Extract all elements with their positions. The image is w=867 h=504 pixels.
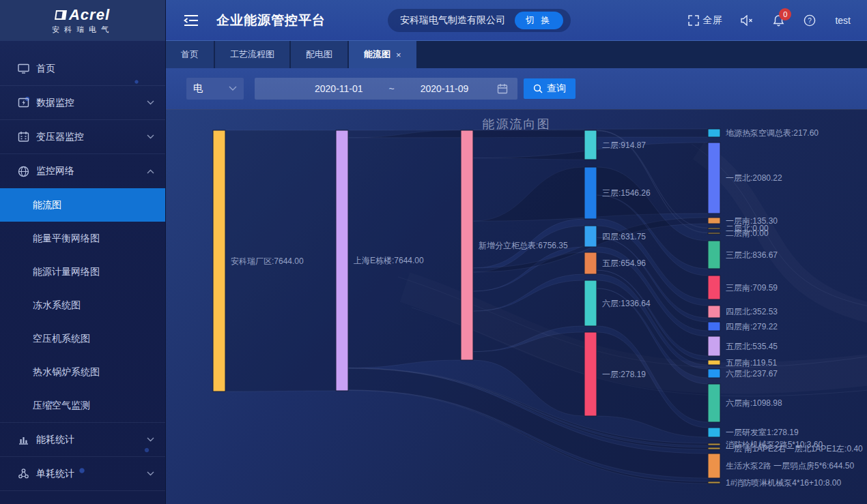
sidebar-item-label: 压缩空气监测	[33, 400, 90, 412]
mute-button[interactable]	[741, 15, 754, 26]
sankey-node[interactable]	[708, 481, 720, 484]
sankey-node[interactable]	[708, 360, 720, 365]
share-nodes-icon	[18, 468, 29, 479]
sankey-node-label: 四层:631.75	[602, 232, 646, 241]
sankey-node-label: 六层北:237.67	[726, 369, 778, 379]
home-monitor-icon	[18, 63, 29, 74]
sankey-node[interactable]	[708, 276, 720, 299]
sankey-node[interactable]	[708, 336, 720, 356]
sankey-node-label: 三层南:709.59	[726, 283, 778, 293]
filter-bar: 电 2020-11-01 ~ 2020-11-09 查询	[166, 68, 867, 109]
username[interactable]: test	[835, 15, 851, 26]
energy-type-value: 电	[193, 83, 203, 95]
sankey-node[interactable]	[708, 233, 720, 234]
close-tab-icon[interactable]: ×	[396, 50, 401, 60]
sankey-node[interactable]	[708, 443, 720, 445]
sidebar-nav: 首页 数据监控 变压器监控 监控网络 能流图	[0, 41, 165, 504]
data-monitor-icon	[18, 97, 29, 108]
sankey-node-label: 五层:654.96	[602, 258, 646, 268]
energy-type-select[interactable]: 电	[186, 78, 244, 100]
sankey-node[interactable]	[708, 218, 720, 224]
sankey-node[interactable]	[336, 130, 348, 391]
sankey-node[interactable]	[584, 226, 597, 247]
chevron-down-icon	[147, 437, 154, 442]
sankey-node-label: 新增分立柜总表:6756.35	[479, 241, 568, 250]
sankey-node[interactable]	[584, 252, 597, 274]
svg-text:?: ?	[808, 17, 812, 25]
sankey-node-label: 三层北:836.67	[726, 250, 778, 260]
sankey-node[interactable]	[708, 384, 720, 422]
sankey-node-label: 四层南:279.22	[726, 322, 778, 331]
sankey-node[interactable]	[708, 306, 720, 318]
help-button[interactable]: ?	[804, 14, 816, 27]
sidebar-item-label: 冻水系统图	[33, 299, 81, 312]
speaker-mute-icon	[741, 15, 754, 26]
sidebar-item-data-monitor[interactable]: 数据监控	[0, 86, 165, 120]
sidebar-item-unit-consumption-stats[interactable]: 单耗统计	[0, 457, 165, 491]
page-title: 企业能源管控平台	[216, 12, 326, 29]
network-globe-icon	[18, 166, 29, 177]
notification-badge: 0	[779, 8, 791, 20]
tab-label: 配电图	[306, 48, 332, 61]
tab-bar: 首页 工艺流程图 配电图 能流图 ×	[166, 41, 867, 68]
chevron-down-icon	[147, 134, 154, 139]
sankey-node[interactable]	[708, 322, 720, 331]
sidebar-subgroup-monitor-network: 能流图 能量平衡网络图 能源计量网络图 冻水系统图 空压机系统图 热水锅炉系统图	[0, 188, 165, 423]
notifications-button[interactable]: 0	[773, 14, 784, 27]
sidebar-item-energy-flow[interactable]: 能流图	[0, 188, 165, 222]
sankey-node[interactable]	[708, 454, 720, 478]
sankey-node[interactable]	[213, 130, 225, 391]
topbar-actions: 全屏 0 ? test	[688, 0, 867, 41]
sankey-node-label: 二层南:0.00	[726, 228, 769, 238]
sidebar-item-label: 变压器监控	[36, 131, 147, 143]
sankey-node[interactable]	[708, 228, 720, 229]
date-start-value: 2020-11-01	[315, 83, 363, 94]
chevron-down-icon	[147, 471, 154, 476]
sankey-node-label: 二层:914.87	[602, 140, 646, 150]
sankey-node[interactable]	[708, 241, 720, 269]
sankey-node-label: 一层北:2080.22	[726, 173, 782, 183]
collapse-menu-icon[interactable]	[184, 14, 199, 27]
company-selector: 安科瑞电气制造有限公司 切 换	[388, 9, 571, 32]
sidebar-item-label: 能耗统计	[36, 434, 147, 446]
sidebar-item-label: 空压机系统图	[33, 333, 90, 345]
sankey-node[interactable]	[584, 280, 597, 326]
sankey-node[interactable]	[461, 130, 473, 360]
tab-label: 首页	[181, 48, 199, 61]
sidebar: Acrel 安科瑞电气 首页 数据监控 变压器监控 监控网络	[0, 0, 166, 504]
tab-process-diagram[interactable]: 工艺流程图	[215, 41, 291, 68]
query-button[interactable]: 查询	[524, 78, 575, 99]
sankey-node[interactable]	[584, 332, 597, 416]
energy-flow-chart-panel: 能源流向图 安科瑞厂区:7644.00上海E栋楼:7644.00新增分立柜总表:…	[166, 109, 867, 504]
sidebar-item-compressed-air-monitor[interactable]: 压缩空气监测	[0, 389, 165, 422]
sidebar-item-chilled-water-system[interactable]: 冻水系统图	[0, 288, 165, 322]
sankey-node[interactable]	[584, 167, 597, 219]
date-range-picker[interactable]: 2020-11-01 ~ 2020-11-09	[255, 78, 517, 100]
sidebar-item-energy-balance-network[interactable]: 能量平衡网络图	[0, 222, 165, 255]
sankey-node[interactable]	[708, 428, 720, 437]
tab-energy-flow[interactable]: 能流图 ×	[349, 41, 418, 68]
sidebar-item-transformer-monitor[interactable]: 变压器监控	[0, 120, 165, 154]
tab-home[interactable]: 首页	[166, 41, 215, 68]
sidebar-item-home[interactable]: 首页	[0, 52, 165, 86]
logo-text: Acrel	[69, 6, 110, 24]
tab-label: 能流图	[364, 48, 390, 61]
sidebar-item-air-compressor-system[interactable]: 空压机系统图	[0, 322, 165, 355]
sankey-node[interactable]	[584, 130, 597, 160]
sidebar-item-energy-metering-network[interactable]: 能源计量网络图	[0, 255, 165, 288]
sidebar-item-label: 能源计量网络图	[33, 266, 100, 278]
sidebar-item-energy-stats[interactable]: 能耗统计	[0, 423, 165, 457]
switch-company-button[interactable]: 切 换	[515, 12, 563, 29]
bar-chart-icon	[18, 434, 29, 445]
sankey-link	[348, 130, 461, 368]
sidebar-item-monitor-network[interactable]: 监控网络	[0, 154, 165, 188]
sankey-node-label: 1#消防喷淋机械泵4*16+10:8.00	[726, 478, 841, 488]
sankey-node-label: 五层北:535.45	[726, 342, 778, 351]
sankey-node[interactable]	[708, 143, 720, 213]
tab-distribution-diagram[interactable]: 配电图	[291, 41, 349, 68]
fullscreen-button[interactable]: 全屏	[688, 14, 722, 27]
sankey-node[interactable]	[708, 447, 720, 449]
fullscreen-icon	[688, 15, 699, 26]
sankey-node[interactable]	[708, 369, 720, 378]
sidebar-item-hot-water-boiler-system[interactable]: 热水锅炉系统图	[0, 355, 165, 389]
